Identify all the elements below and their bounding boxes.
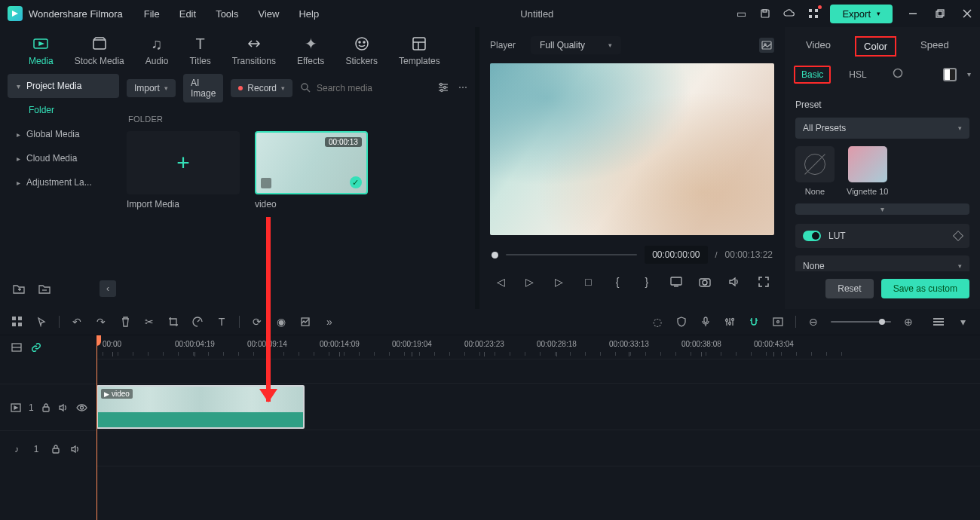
more-icon[interactable]: ⋯	[458, 82, 467, 95]
lut-toggle[interactable]	[803, 231, 821, 241]
volume-icon[interactable]	[727, 274, 742, 289]
import-button[interactable]: Import▾	[127, 79, 176, 97]
track-layout-icon[interactable]	[11, 341, 23, 353]
lut-dropdown[interactable]: None▾	[795, 255, 969, 271]
zoom-slider[interactable]	[831, 321, 891, 323]
stop-icon[interactable]: □	[580, 274, 596, 289]
minimize-button[interactable]	[908, 8, 918, 19]
cloud-icon[interactable]	[783, 8, 795, 20]
tl-view-icon[interactable]	[932, 315, 945, 329]
preset-dropdown[interactable]: All Presets▾	[795, 118, 969, 139]
tab-audio[interactable]: ♫Audio	[145, 35, 169, 66]
marker-dot-icon[interactable]: ◌	[651, 315, 664, 329]
redo-icon[interactable]: ↷	[94, 315, 108, 329]
frame-icon[interactable]	[771, 315, 785, 329]
subtab-basic[interactable]: Basic	[794, 66, 831, 84]
menu-view[interactable]: View	[258, 8, 279, 20]
inspector-tab-video[interactable]: Video	[798, 36, 838, 57]
tl-settings-icon[interactable]: ▾	[956, 315, 969, 329]
preset-none[interactable]	[795, 146, 835, 182]
prev-frame-icon[interactable]: ◁	[493, 274, 508, 289]
ai-image-button[interactable]: AI Image	[183, 74, 223, 102]
import-media-tile[interactable]: +	[127, 131, 240, 194]
maximize-button[interactable]	[935, 8, 945, 19]
tab-effects[interactable]: ✦Effects	[297, 35, 324, 66]
subtab-hsl[interactable]: HSL	[841, 66, 874, 84]
seek-bar[interactable]	[506, 254, 637, 255]
sidebar-folder[interactable]: Folder	[8, 98, 119, 122]
display-icon[interactable]	[669, 274, 684, 289]
device-icon[interactable]: ▭	[735, 8, 747, 20]
mark-in-icon[interactable]: {	[610, 274, 625, 289]
preview-viewport[interactable]	[490, 63, 774, 235]
tab-stickers[interactable]: Stickers	[345, 35, 378, 66]
seek-handle[interactable]	[492, 252, 498, 258]
record-button[interactable]: Record▾	[231, 79, 292, 97]
save-icon[interactable]	[759, 8, 771, 20]
new-folder-icon[interactable]	[11, 280, 27, 297]
sidebar-global-media[interactable]: ▸Global Media	[8, 122, 119, 146]
zoom-in-icon[interactable]: ⊕	[902, 315, 915, 329]
apps-icon[interactable]	[807, 8, 819, 20]
delete-icon[interactable]	[118, 315, 132, 329]
subtab-curves[interactable]	[885, 64, 911, 84]
panel-menu-icon[interactable]: ▾	[967, 70, 971, 78]
save-custom-button[interactable]: Save as custom	[881, 279, 969, 298]
crop-icon[interactable]	[167, 315, 180, 329]
mute-icon[interactable]	[58, 402, 69, 414]
sidebar-project-media[interactable]: ▾Project Media	[8, 74, 119, 98]
tl-grid-icon[interactable]	[11, 315, 24, 329]
lock-icon[interactable]	[50, 443, 62, 455]
lock-icon[interactable]	[41, 402, 51, 414]
undo-icon[interactable]: ↶	[70, 315, 84, 329]
inspector-tab-color[interactable]: Color	[855, 36, 896, 57]
playhead[interactable]	[96, 335, 97, 520]
sidebar-cloud-media[interactable]: ▸Cloud Media	[8, 146, 119, 170]
visibility-icon[interactable]	[76, 402, 87, 414]
search-input[interactable]	[317, 83, 430, 93]
tab-titles[interactable]: TTitles	[189, 35, 210, 66]
link-icon[interactable]	[30, 341, 42, 353]
tl-cursor-icon[interactable]	[35, 315, 48, 329]
refresh-icon[interactable]: ⟳	[250, 315, 264, 329]
mic-icon[interactable]	[699, 315, 712, 329]
tab-transitions[interactable]: Transitions	[232, 35, 276, 66]
sidebar-adjustment-layer[interactable]: ▸Adjustment La...	[8, 170, 119, 194]
camera-icon[interactable]	[697, 274, 712, 289]
fullscreen-icon[interactable]	[756, 274, 771, 289]
text-tool-icon[interactable]: T	[215, 315, 228, 329]
snapshot-icon[interactable]	[759, 38, 774, 53]
compare-icon[interactable]	[943, 68, 957, 81]
timeline-ruler[interactable]: 00:0000:00:04:1900:00:09:1400:00:14:0900…	[96, 335, 980, 359]
export-button[interactable]: Export▾	[830, 5, 893, 23]
preset-vignette[interactable]	[848, 146, 887, 182]
play-forward-icon[interactable]: ▷	[552, 274, 567, 289]
quality-select[interactable]: Full Quality▾	[531, 36, 621, 54]
new-bin-icon[interactable]	[36, 280, 53, 297]
color-wheel-icon[interactable]: ◉	[274, 315, 288, 329]
speed-icon[interactable]	[191, 315, 204, 329]
tab-media[interactable]: Media	[29, 35, 54, 66]
menu-tools[interactable]: Tools	[216, 8, 238, 20]
menu-edit[interactable]: Edit	[179, 8, 196, 20]
keyframe-icon[interactable]	[953, 231, 963, 241]
zoom-out-icon[interactable]: ⊖	[807, 315, 820, 329]
shield-icon[interactable]	[675, 315, 688, 329]
mixer-icon[interactable]	[723, 315, 737, 329]
menu-help[interactable]: Help	[299, 8, 319, 20]
inspector-tab-speed[interactable]: Speed	[913, 36, 957, 57]
play-icon[interactable]: ▷	[522, 274, 537, 289]
more-tools-icon[interactable]: »	[323, 315, 336, 329]
mute-icon[interactable]	[69, 443, 81, 455]
expand-presets[interactable]: ▾	[795, 203, 969, 215]
reset-button[interactable]: Reset	[825, 279, 873, 298]
mark-out-icon[interactable]: }	[639, 274, 654, 289]
split-icon[interactable]: ✂	[142, 315, 156, 329]
menu-file[interactable]: File	[144, 8, 160, 20]
tab-templates[interactable]: Templates	[399, 35, 440, 66]
filter-icon[interactable]	[437, 82, 449, 95]
magnet-icon[interactable]	[747, 315, 761, 329]
video-clip-tile[interactable]: 00:00:13 ✓	[255, 131, 368, 194]
close-button[interactable]	[962, 8, 972, 19]
collapse-sidebar-icon[interactable]: ‹	[100, 280, 116, 297]
